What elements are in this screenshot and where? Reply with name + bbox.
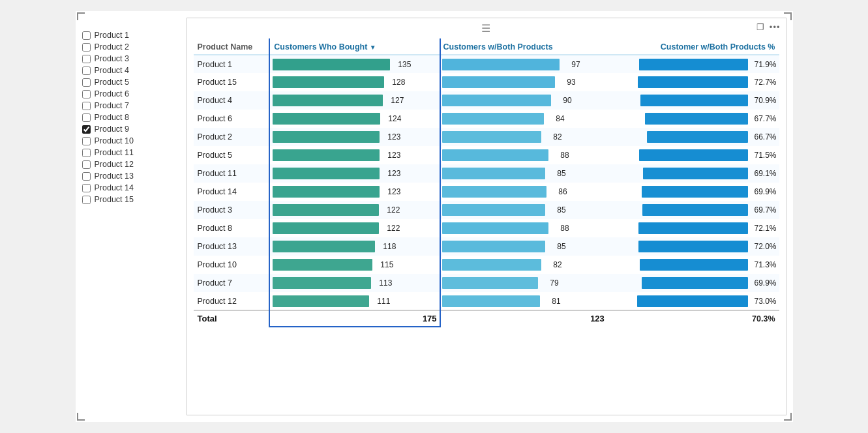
sidebar-item-label: Product 3 <box>95 54 130 63</box>
sidebar-items: Product 1Product 2Product 3Product 4Prod… <box>82 29 180 205</box>
bought-bar <box>273 204 379 216</box>
sidebar-item-product-8[interactable]: Product 8 <box>82 112 180 123</box>
pct-value: 69.9% <box>751 278 777 288</box>
both-value: 82 <box>544 132 562 142</box>
cell-pct: 66.7% <box>608 128 779 146</box>
sidebar-item-label: Product 5 <box>95 78 130 87</box>
pct-bar <box>638 222 748 234</box>
checkbox-product-10[interactable] <box>82 137 91 145</box>
pct-bar <box>643 168 748 179</box>
checkbox-product-4[interactable] <box>82 67 91 75</box>
cell-pct: 72.1% <box>608 219 779 237</box>
cell-pct: 72.7% <box>608 73 779 91</box>
both-value: 84 <box>546 114 565 123</box>
cell-bought: 115 <box>270 256 439 274</box>
col-header-both[interactable]: Customers w/Both Products <box>440 38 608 55</box>
checkbox-product-14[interactable] <box>82 184 91 192</box>
checkbox-product-15[interactable] <box>82 196 91 204</box>
checkbox-product-5[interactable] <box>82 78 91 87</box>
bought-value: 128 <box>387 78 405 87</box>
table-row: Product 111238569.1% <box>194 164 779 183</box>
both-value: 79 <box>541 278 559 288</box>
corner-tl <box>77 12 85 20</box>
sidebar-item-label: Product 6 <box>95 89 130 98</box>
checkbox-product-3[interactable] <box>82 55 91 63</box>
table-row: Product 81228872.1% <box>194 219 779 237</box>
cell-bought: 118 <box>270 237 439 256</box>
bought-value: 122 <box>382 205 400 215</box>
sidebar-item-product-7[interactable]: Product 7 <box>82 100 180 112</box>
sidebar-item-product-6[interactable]: Product 6 <box>82 88 180 100</box>
cell-both: 82 <box>440 128 608 146</box>
sidebar-item-product-1[interactable]: Product 1 <box>82 29 180 41</box>
sidebar-item-product-3[interactable]: Product 3 <box>82 53 180 65</box>
sidebar-item-product-13[interactable]: Product 13 <box>82 170 180 182</box>
checkbox-product-2[interactable] <box>82 43 91 52</box>
both-value: 85 <box>548 205 566 215</box>
expand-icon[interactable]: ❐ <box>756 22 764 32</box>
sidebar-item-product-11[interactable]: Product 11 <box>82 147 180 158</box>
pct-value: 71.9% <box>751 60 777 69</box>
sidebar-item-product-4[interactable]: Product 4 <box>82 65 180 76</box>
sidebar-item-product-5[interactable]: Product 5 <box>82 76 180 88</box>
checkbox-product-9[interactable] <box>82 125 91 134</box>
pct-bar <box>642 204 748 216</box>
both-bar <box>442 168 545 179</box>
col-header-bought[interactable]: Customers Who Bought ▼ <box>270 38 439 55</box>
table-wrapper: Product Name Customers Who Bought ▼ Cust… <box>194 38 779 326</box>
cell-product-name: Product 7 <box>194 274 271 292</box>
pct-value: 69.9% <box>751 187 777 196</box>
checkbox-product-8[interactable] <box>82 113 91 122</box>
more-options-icon[interactable]: ••• <box>770 22 781 32</box>
checkbox-product-1[interactable] <box>82 31 91 40</box>
outer-container: Product 1Product 2Product 3Product 4Prod… <box>76 11 793 422</box>
cell-both: 81 <box>440 292 608 310</box>
cell-bought: 128 <box>270 73 439 91</box>
sidebar-item-product-10[interactable]: Product 10 <box>82 135 180 147</box>
bought-bar <box>273 59 390 70</box>
bought-bar <box>273 241 375 252</box>
checkbox-product-11[interactable] <box>82 149 91 157</box>
panel-topbar-right: ❐ ••• <box>756 22 781 32</box>
both-bar <box>442 131 541 143</box>
bought-bar <box>273 222 379 234</box>
both-bar <box>442 295 540 307</box>
checkbox-product-13[interactable] <box>82 172 91 181</box>
table-row: Product 51238871.5% <box>194 146 779 164</box>
checkbox-product-12[interactable] <box>82 160 91 169</box>
cell-bought: 111 <box>270 292 439 310</box>
col-header-pct[interactable]: Customer w/Both Products % <box>608 38 779 55</box>
drag-handle-area[interactable]: ☰ <box>481 22 492 35</box>
bought-value: 122 <box>382 224 400 233</box>
sidebar-item-product-15[interactable]: Product 15 <box>82 194 180 205</box>
cell-product-name: Product 1 <box>194 55 271 73</box>
pct-value: 67.7% <box>751 114 777 123</box>
both-bar <box>442 149 548 161</box>
pct-bar <box>640 95 748 106</box>
both-bar <box>442 59 560 70</box>
checkbox-product-6[interactable] <box>82 90 91 98</box>
both-value: 88 <box>551 151 569 160</box>
checkbox-product-7[interactable] <box>82 102 91 110</box>
sidebar-item-product-12[interactable]: Product 12 <box>82 158 180 170</box>
main-panel: ☰ ❐ ••• Product Name Customers Who Bough… <box>187 18 786 415</box>
sidebar-item-product-14[interactable]: Product 14 <box>82 182 180 194</box>
col-header-name[interactable]: Product Name <box>194 38 271 55</box>
cell-pct: 67.7% <box>608 110 779 128</box>
table-row: Product 131188572.0% <box>194 237 779 256</box>
pct-bar <box>642 277 748 289</box>
sidebar: Product 1Product 2Product 3Product 4Prod… <box>82 18 180 415</box>
sidebar-item-label: Product 11 <box>95 148 134 157</box>
sidebar-item-product-2[interactable]: Product 2 <box>82 41 180 53</box>
cell-both: 85 <box>440 164 608 183</box>
corner-bl <box>77 413 85 421</box>
both-value: 88 <box>551 224 569 233</box>
cell-bought: 123 <box>270 146 439 164</box>
pct-value: 71.3% <box>751 260 777 269</box>
both-bar <box>442 259 541 271</box>
cell-pct: 71.5% <box>608 146 779 164</box>
sidebar-item-product-9[interactable]: Product 9 <box>82 123 180 135</box>
cell-both: 88 <box>440 219 608 237</box>
table-row: Product 11359771.9% <box>194 55 779 73</box>
both-value: 85 <box>548 169 566 178</box>
